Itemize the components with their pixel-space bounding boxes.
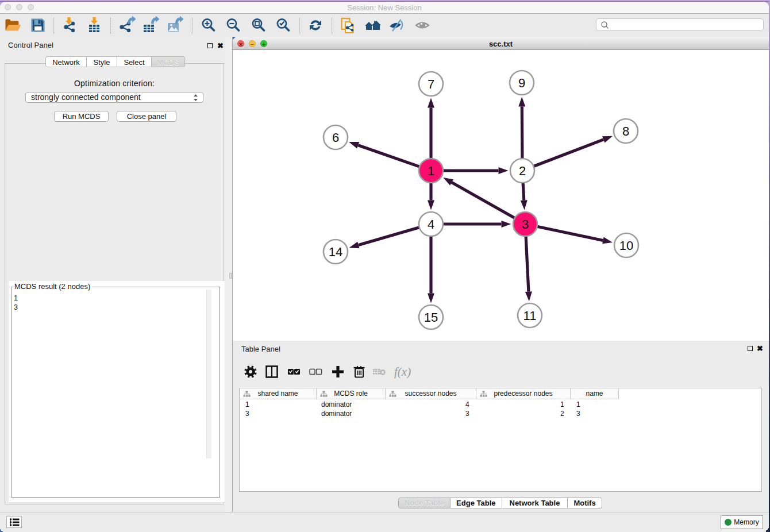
svg-text:14: 14 [329,245,342,259]
svg-text:2: 2 [519,164,526,178]
svg-text:11: 11 [523,309,537,323]
svg-text:8: 8 [622,124,629,138]
svg-text:4: 4 [428,217,434,232]
svg-text:6: 6 [332,130,339,145]
svg-text:1: 1 [428,164,434,178]
svg-text:f(x): f(x) [394,365,411,379]
svg-text:3: 3 [522,217,529,232]
svg-text:9: 9 [518,76,525,90]
svg-text:10: 10 [619,238,633,253]
svg-text:15: 15 [424,310,438,325]
svg-text:7: 7 [428,77,434,91]
